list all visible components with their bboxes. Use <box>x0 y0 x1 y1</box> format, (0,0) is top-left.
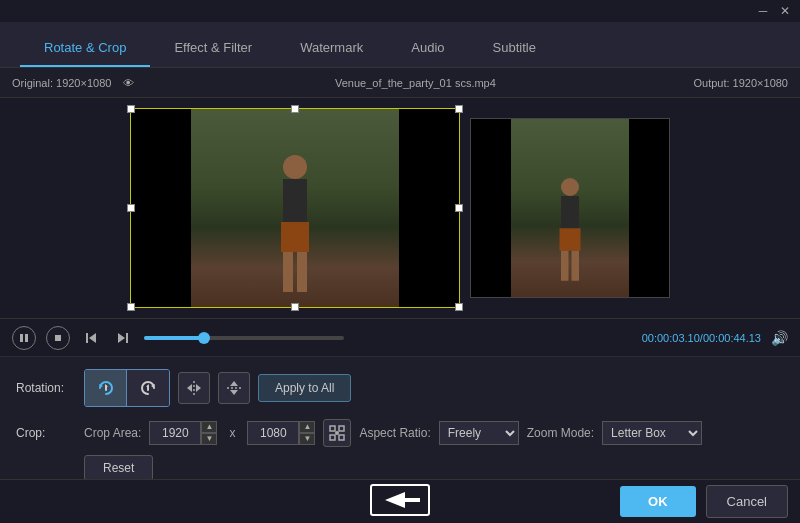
volume-icon[interactable]: 🔊 <box>771 330 788 346</box>
crop-handle-tl[interactable] <box>127 105 135 113</box>
progress-thumb[interactable] <box>198 332 210 344</box>
tab-bar: Rotate & Crop Effect & Filter Watermark … <box>0 22 800 68</box>
svg-rect-14 <box>86 333 88 343</box>
tab-audio[interactable]: Audio <box>387 30 468 67</box>
svg-marker-15 <box>118 333 125 343</box>
zoom-mode-label: Zoom Mode: <box>527 426 594 440</box>
svg-marker-22 <box>146 384 149 387</box>
minimize-button[interactable]: ─ <box>756 4 770 18</box>
svg-rect-4 <box>297 252 307 292</box>
rotation-label: Rotation: <box>16 381 76 395</box>
stop-button[interactable] <box>46 326 70 350</box>
crop-height-input[interactable] <box>247 421 299 445</box>
output-video-panel <box>470 118 670 298</box>
center-crop-button[interactable] <box>323 419 351 447</box>
title-bar: ─ ✕ <box>0 0 800 22</box>
aspect-ratio-select[interactable]: Freely 16:9 4:3 1:1 <box>439 421 519 445</box>
svg-rect-29 <box>330 426 335 431</box>
rotate-cw-button[interactable] <box>127 370 169 406</box>
crop-height-spinner: ▲ ▼ <box>299 421 315 445</box>
svg-rect-9 <box>572 251 580 281</box>
svg-rect-11 <box>25 334 28 342</box>
crop-width-input-group: ▲ ▼ <box>149 421 217 445</box>
crop-height-up[interactable]: ▲ <box>299 421 315 433</box>
svg-marker-24 <box>187 384 192 392</box>
svg-rect-1 <box>283 179 307 229</box>
crop-handle-ml[interactable] <box>127 204 135 212</box>
svg-rect-30 <box>339 426 344 431</box>
filename: Venue_of_the_party_01 scs.mp4 <box>335 77 496 89</box>
svg-rect-10 <box>20 334 23 342</box>
original-resolution: Original: 1920×1080 <box>12 77 111 89</box>
eye-icon[interactable]: 👁 <box>119 76 137 90</box>
crop-area-label: Crop Area: <box>84 426 141 440</box>
crop-handle-br[interactable] <box>455 303 463 311</box>
crop-handle-bl[interactable] <box>127 303 135 311</box>
crop-label: Crop: <box>16 426 76 440</box>
cancel-button[interactable]: Cancel <box>706 485 788 518</box>
progress-fill <box>144 336 204 340</box>
svg-marker-35 <box>385 492 420 508</box>
svg-rect-3 <box>283 252 293 292</box>
svg-marker-25 <box>196 384 201 392</box>
rotation-buttons-group <box>84 369 170 407</box>
svg-rect-16 <box>126 333 128 343</box>
tab-rotate-crop[interactable]: Rotate & Crop <box>20 30 150 67</box>
zoom-mode-select[interactable]: Letter Box Pan & Scan Full <box>602 421 702 445</box>
svg-rect-32 <box>339 435 344 440</box>
svg-marker-28 <box>230 390 238 395</box>
bottom-bar: OK Cancel <box>0 479 800 523</box>
crop-handle-mr[interactable] <box>455 204 463 212</box>
svg-point-5 <box>561 178 579 196</box>
controls-section: Rotation: <box>0 356 800 489</box>
tab-subtitle[interactable]: Subtitle <box>469 30 560 67</box>
aspect-ratio-label: Aspect Ratio: <box>359 426 430 440</box>
prev-frame-button[interactable] <box>80 327 102 349</box>
svg-marker-13 <box>89 333 96 343</box>
svg-rect-2 <box>281 222 309 252</box>
svg-marker-19 <box>105 384 108 387</box>
tab-effect-filter[interactable]: Effect & Filter <box>150 30 276 67</box>
crop-handle-tm[interactable] <box>291 105 299 113</box>
reset-button[interactable]: Reset <box>84 455 153 481</box>
crop-width-down[interactable]: ▼ <box>201 433 217 445</box>
playback-bar: 00:00:03.10/00:00:44.13 🔊 <box>0 318 800 356</box>
crop-width-up[interactable]: ▲ <box>201 421 217 433</box>
arrow-right-icon <box>370 484 430 519</box>
ok-button[interactable]: OK <box>620 486 696 517</box>
crop-height-input-group: ▲ ▼ <box>247 421 315 445</box>
rotate-ccw-button[interactable] <box>85 370 127 406</box>
crop-width-input[interactable] <box>149 421 201 445</box>
apply-to-all-button[interactable]: Apply to All <box>258 374 351 402</box>
svg-rect-6 <box>561 196 579 234</box>
next-frame-button[interactable] <box>112 327 134 349</box>
input-video-panel <box>130 108 460 308</box>
svg-point-33 <box>335 431 339 435</box>
crop-width-spinner: ▲ ▼ <box>201 421 217 445</box>
crop-handle-tr[interactable] <box>455 105 463 113</box>
svg-rect-31 <box>330 435 335 440</box>
svg-point-0 <box>283 155 307 179</box>
tab-watermark[interactable]: Watermark <box>276 30 387 67</box>
crop-height-down[interactable]: ▼ <box>299 433 315 445</box>
output-resolution: Output: 1920×1080 <box>693 77 788 89</box>
flip-vertical-button[interactable] <box>218 372 250 404</box>
progress-bar[interactable] <box>144 336 344 340</box>
flip-horizontal-button[interactable] <box>178 372 210 404</box>
svg-marker-27 <box>230 381 238 386</box>
close-button[interactable]: ✕ <box>778 4 792 18</box>
pause-button[interactable] <box>12 326 36 350</box>
main-content <box>0 98 800 318</box>
x-separator: x <box>225 426 239 440</box>
svg-rect-8 <box>561 251 569 281</box>
crop-row: Crop: Crop Area: ▲ ▼ x ▲ ▼ <box>16 419 784 447</box>
rotation-row: Rotation: <box>16 369 784 407</box>
svg-rect-7 <box>560 228 581 251</box>
time-display: 00:00:03.10/00:00:44.13 <box>642 332 761 344</box>
crop-handle-bm[interactable] <box>291 303 299 311</box>
svg-rect-12 <box>55 335 61 341</box>
reset-row: Reset <box>16 455 784 481</box>
info-bar: Original: 1920×1080 👁 Venue_of_the_party… <box>0 68 800 98</box>
